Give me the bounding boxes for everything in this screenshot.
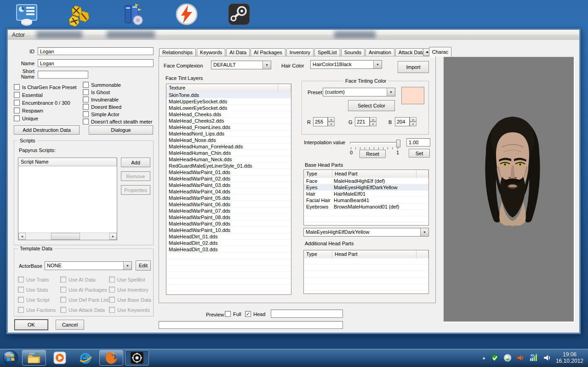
tint-layer-row[interactable]: MaleHead_Nose.dds — [166, 137, 291, 143]
flag-checkbox[interactable]: Essential — [14, 92, 77, 98]
import-button[interactable]: Import — [398, 61, 429, 73]
texture-column-header[interactable]: Texture — [166, 84, 278, 92]
head-part-row[interactable]: EyebrowsBrowsMaleHumanoid01 (def) — [304, 203, 428, 210]
papyrus-scripts-list[interactable]: Script Name ◄ ► — [18, 158, 117, 240]
id-input[interactable]: Logan — [38, 47, 154, 55]
steam-desktop-icon[interactable] — [228, 3, 251, 26]
template-flag-checkbox[interactable]: Use Inventory — [109, 287, 152, 293]
head-part-row[interactable]: Facial HairHumanBeard41 — [304, 197, 428, 203]
checkbox-box[interactable] — [14, 107, 20, 113]
chevron-down-icon[interactable]: ▼ — [387, 88, 395, 96]
tray-audio-manager-icon[interactable] — [516, 354, 525, 362]
tint-layer-row[interactable]: MaleHead_Cheeks.dds — [166, 111, 291, 118]
flag-checkbox[interactable]: Invulnerable — [83, 96, 152, 102]
tint-layer-row[interactable]: MaleUpperEyeSocket.dds — [166, 98, 291, 105]
head-part-row[interactable]: EyesMaleEyesHighElfDarkYellow — [304, 184, 428, 191]
preview-full-checkbox[interactable]: Full — [225, 311, 241, 317]
checkbox-box[interactable] — [18, 307, 24, 313]
template-flag-checkbox[interactable]: Use Attack Data — [60, 307, 109, 313]
dialogue-button[interactable]: Dialogue — [89, 125, 153, 135]
flag-checkbox[interactable]: Is Ghost — [83, 89, 152, 95]
taskbar-explorer-button[interactable] — [22, 350, 46, 366]
flag-checkbox[interactable]: Summonable — [83, 82, 152, 88]
checkbox-box[interactable] — [60, 287, 66, 293]
tab[interactable]: Relationships — [159, 48, 196, 56]
flag-checkbox[interactable]: Encumbrance 0 / 300 — [14, 100, 77, 106]
taskbar-firefox-button[interactable] — [99, 350, 123, 366]
actorbase-edit-button[interactable]: Edit — [136, 260, 151, 271]
tint-layer-row[interactable]: MaleHead_Cheeks2.dds — [166, 118, 291, 124]
spin-down-icon[interactable]: ▼ — [328, 122, 335, 126]
ok-button[interactable]: OK — [15, 320, 48, 330]
name-input[interactable]: Logan — [38, 59, 154, 67]
creation-kit-tools-desktop-icon[interactable] — [67, 4, 91, 28]
checkbox-box[interactable] — [60, 297, 66, 303]
checkbox-box[interactable] — [109, 287, 115, 293]
chevron-down-icon[interactable]: ▼ — [420, 228, 428, 236]
tray-green-check-icon[interactable] — [491, 354, 499, 362]
spin-up-icon[interactable]: ▲ — [410, 117, 417, 122]
tint-layer-row[interactable]: MaleHead_FrownLines.dds — [166, 124, 291, 130]
script-add-button[interactable]: Add — [121, 158, 150, 167]
cancel-button[interactable]: Cancel — [56, 320, 84, 330]
checkbox-box[interactable] — [109, 277, 115, 282]
green-spinner[interactable]: 221▲▼ — [355, 117, 377, 126]
tab[interactable]: Sounds — [341, 48, 365, 56]
template-flag-checkbox[interactable]: Use Base Data — [109, 297, 152, 303]
template-flag-checkbox[interactable]: Use Spelllist — [109, 277, 152, 282]
tint-layer-row[interactable]: MaleHeadDirt_01.dds — [166, 233, 291, 240]
library-desktop-icon[interactable] — [121, 3, 145, 27]
set-button[interactable]: Set — [409, 149, 430, 158]
tab[interactable]: Keywords — [197, 48, 225, 56]
chevron-down-icon[interactable]: ▼ — [373, 61, 382, 68]
red-spinner[interactable]: 255▲▼ — [313, 117, 335, 126]
template-flag-checkbox[interactable]: Use Def Pack List — [60, 297, 109, 303]
flag-checkbox[interactable]: Is CharGen Face Preset — [14, 84, 77, 90]
face-tint-layers-list[interactable]: Texture SkinTone.ddsMaleUpperEyeSocket.d… — [166, 84, 291, 295]
tray-network-icon[interactable] — [529, 354, 538, 362]
empty-column-header[interactable] — [278, 84, 291, 92]
checkbox-box[interactable] — [14, 115, 20, 121]
checkbox-box[interactable] — [60, 277, 66, 282]
checkbox-box[interactable] — [109, 297, 115, 303]
additional-head-parts-table[interactable]: TypeHead Part — [303, 250, 429, 294]
preset-dropdown[interactable]: (custom)▼ — [323, 88, 395, 96]
checkbox-box[interactable] — [18, 297, 24, 303]
interpolation-slider-thumb[interactable] — [396, 140, 400, 147]
checkbox-box-checked[interactable]: ✓ — [245, 311, 251, 317]
checkbox-box[interactable] — [60, 307, 66, 313]
checkbox-box[interactable] — [14, 92, 20, 98]
template-flag-checkbox[interactable]: Use Stats — [18, 287, 60, 293]
taskbar-media-player-button[interactable] — [48, 350, 72, 366]
taskbar-creation-kit-button[interactable] — [125, 350, 149, 366]
flag-checkbox[interactable]: Doesn't affect stealth meter — [83, 119, 152, 124]
checkbox-box[interactable] — [83, 96, 89, 102]
tab[interactable]: Inventory — [286, 48, 314, 56]
tint-layer-row[interactable]: MaleHeadWarPaint_05.dds — [166, 195, 291, 201]
status-field[interactable] — [159, 321, 343, 329]
tray-volume-icon[interactable] — [543, 354, 551, 362]
reset-button[interactable]: Reset — [360, 150, 386, 158]
checkbox-box[interactable] — [83, 119, 89, 124]
tab[interactable]: AI Packages — [251, 48, 285, 56]
checkbox-box[interactable] — [18, 277, 24, 282]
checkbox-box[interactable] — [225, 311, 231, 317]
base-head-parts-table[interactable]: TypeHead Part FaceMaleHeadHighElf (def)E… — [303, 169, 429, 226]
chevron-down-icon[interactable]: ▼ — [263, 61, 271, 69]
tab[interactable]: AI Data — [226, 48, 250, 56]
tint-layer-row[interactable]: MaleHeadWarPaint_09.dds — [166, 220, 291, 227]
tint-layer-row[interactable]: MaleHeadWarPaint_01.dds — [166, 169, 291, 175]
checkbox-box[interactable] — [18, 287, 24, 293]
type-column-header[interactable]: Type — [304, 170, 332, 178]
tint-layer-row[interactable]: MaleHeadDirt_02.dds — [166, 240, 291, 246]
tint-layer-row[interactable]: MaleLowerEyeSocket.dds — [166, 105, 291, 111]
head-part-dropdown[interactable]: MaleEyesHighElfDarkYellow▼ — [303, 228, 429, 237]
head-part-column-header[interactable]: Head Part — [332, 170, 417, 178]
checkbox-box[interactable] — [14, 100, 20, 106]
tint-layer-row[interactable]: MaleHeadDirt_03.dds — [166, 246, 291, 253]
preview-head-checkbox[interactable]: ✓Head — [245, 311, 265, 317]
scrollbar-thumb[interactable] — [51, 233, 80, 240]
head-part-row[interactable]: HairHairMaleElf01 — [304, 191, 428, 197]
tint-layer-row[interactable]: MaleHeadHuman_Neck.dds — [166, 156, 291, 163]
script-properties-button[interactable]: Properties — [121, 185, 150, 195]
